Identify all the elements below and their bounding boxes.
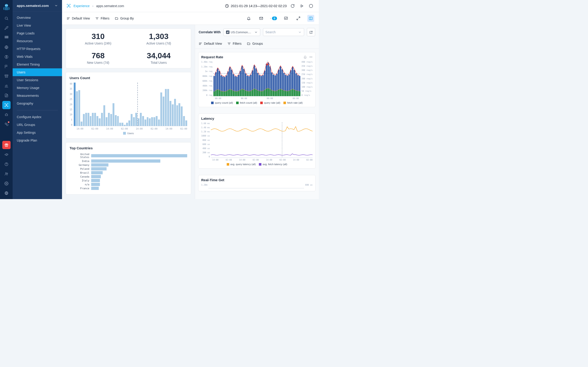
bar[interactable] <box>158 119 160 126</box>
megaphone-icon[interactable] <box>2 150 10 159</box>
breadcrumb-root[interactable]: Experience <box>73 4 90 8</box>
bar[interactable] <box>85 113 87 126</box>
sidebar-item-url-groups[interactable]: URL Groups <box>13 121 62 129</box>
bar[interactable] <box>170 101 171 126</box>
bar[interactable] <box>96 116 98 126</box>
bar[interactable] <box>124 125 126 126</box>
time-range-picker[interactable]: 2021-01-29 14:23—2021-02-02 02:23 <box>225 4 287 8</box>
bar[interactable] <box>163 97 164 126</box>
bar[interactable] <box>78 90 80 126</box>
bar[interactable] <box>183 116 185 126</box>
correlate-select[interactable]: US.Common.... <box>224 28 260 36</box>
bar[interactable] <box>128 120 130 126</box>
bar[interactable] <box>110 114 112 126</box>
sidebar-item-configure-apdex[interactable]: Configure Apdex <box>13 113 62 121</box>
world-icon[interactable] <box>2 189 10 197</box>
bar[interactable] <box>135 113 137 126</box>
sidebar-item-web-vitals[interactable]: Web Vitals <box>13 53 62 60</box>
group-by-button[interactable]: Group By <box>115 17 134 20</box>
bar[interactable] <box>138 118 139 126</box>
rp-groups[interactable]: Groups <box>247 42 263 45</box>
bar[interactable] <box>160 92 162 126</box>
bar[interactable] <box>76 91 78 126</box>
sidebar-item-upgrade-plan[interactable]: Upgrade Plan <box>13 136 62 144</box>
sidebar-item-resources[interactable]: Resources <box>13 37 62 45</box>
bar[interactable] <box>126 123 128 126</box>
bar[interactable] <box>115 115 117 126</box>
settings-icon[interactable] <box>2 179 10 188</box>
bar[interactable] <box>87 113 89 126</box>
bar[interactable] <box>167 89 169 126</box>
bar[interactable] <box>185 120 187 126</box>
play-button[interactable] <box>299 3 305 9</box>
sidebar-item-app-settings[interactable]: App Settings <box>13 129 62 136</box>
bar[interactable] <box>112 103 114 126</box>
bar[interactable] <box>149 118 151 126</box>
bot-icon[interactable] <box>2 110 10 119</box>
bar-chart-icon[interactable] <box>2 82 10 90</box>
sidebar-item-measurements[interactable]: Measurements <box>13 92 62 100</box>
bar[interactable] <box>145 119 146 126</box>
sidebar-item-user-sessions[interactable]: User Sessions <box>13 76 62 84</box>
bar[interactable] <box>92 113 94 126</box>
sidebar-item-overview[interactable]: Overview <box>13 14 62 22</box>
mail-icon[interactable] <box>258 15 265 22</box>
bar[interactable] <box>90 116 92 126</box>
bar[interactable] <box>119 123 121 126</box>
bar[interactable] <box>117 116 119 126</box>
expand-icon[interactable] <box>295 15 302 22</box>
rp-filters[interactable]: Filters <box>227 42 242 45</box>
bar[interactable] <box>121 123 123 126</box>
flag-icon[interactable] <box>2 62 10 71</box>
default-view-button[interactable]: Default View <box>67 17 90 20</box>
grid-icon[interactable] <box>2 33 10 42</box>
rp-default-view[interactable]: Default View <box>199 42 222 45</box>
bar[interactable] <box>101 113 103 126</box>
app-selector[interactable]: apps.sematext.com <box>13 0 62 11</box>
rocket-icon[interactable] <box>2 24 10 32</box>
bar[interactable] <box>165 89 167 126</box>
globe-icon[interactable] <box>2 43 10 51</box>
bar[interactable] <box>151 117 153 126</box>
bar[interactable] <box>174 99 176 126</box>
bell-icon[interactable] <box>245 15 252 22</box>
bar[interactable] <box>142 116 144 126</box>
alert-icon[interactable] <box>2 53 10 61</box>
sidebar-item-geography[interactable]: Geography <box>13 100 62 107</box>
bar[interactable] <box>108 113 110 126</box>
sidebar-item-element-timing[interactable]: Element Timing <box>13 60 62 68</box>
archive-icon[interactable] <box>2 72 10 80</box>
correlate-search[interactable]: Search <box>263 28 304 36</box>
file-icon[interactable] <box>2 91 10 100</box>
help-icon[interactable] <box>2 160 10 168</box>
bar[interactable] <box>179 103 180 126</box>
split-view-icon[interactable] <box>307 15 314 22</box>
refresh-button[interactable] <box>289 3 296 9</box>
bar[interactable] <box>176 105 178 126</box>
bar[interactable] <box>99 118 101 126</box>
sidebar-item-memory-usage[interactable]: Memory Usage <box>13 84 62 92</box>
sidebar-item-live-view[interactable]: Live View <box>13 22 62 29</box>
bar[interactable] <box>81 122 82 126</box>
bar[interactable] <box>147 117 149 126</box>
sidebar-item-users[interactable]: Users <box>13 68 62 76</box>
bar[interactable] <box>156 116 157 126</box>
more-icon[interactable] <box>309 55 313 59</box>
devices-icon[interactable] <box>2 120 10 128</box>
bell-icon[interactable] <box>303 55 307 59</box>
bar[interactable] <box>103 105 105 126</box>
experience-icon[interactable] <box>2 101 10 109</box>
bar[interactable] <box>83 114 85 126</box>
bar[interactable] <box>181 106 183 126</box>
bar[interactable] <box>140 113 142 126</box>
bar[interactable] <box>94 113 96 126</box>
sidebar-item-http-requests[interactable]: HTTP Requests <box>13 45 62 53</box>
bar[interactable] <box>133 117 135 126</box>
correlate-icon[interactable]: 0 <box>270 15 277 22</box>
team-icon[interactable] <box>2 170 10 178</box>
bar[interactable] <box>172 104 174 126</box>
bar[interactable] <box>106 117 107 126</box>
gift-icon[interactable] <box>2 141 10 149</box>
help-button[interactable] <box>308 3 314 9</box>
bar[interactable] <box>74 83 76 126</box>
